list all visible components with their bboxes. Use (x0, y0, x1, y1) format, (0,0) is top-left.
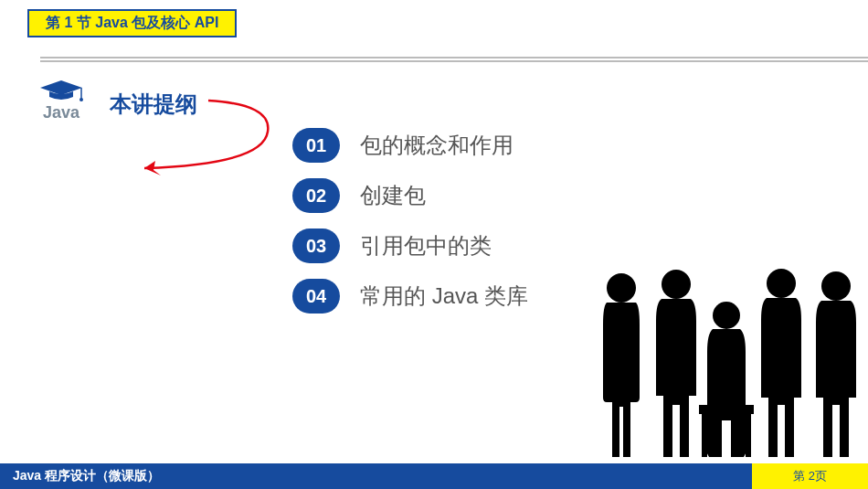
divider-line (40, 57, 868, 62)
item-number-badge: 02 (292, 178, 340, 213)
footer-title: Java 程序设计（微课版） (13, 468, 160, 484)
outline-title: 本讲提纲 (110, 90, 197, 119)
section-header: 第 1 节 Java 包及核心 API (27, 9, 237, 37)
list-item: 03 引用包中的类 (292, 229, 528, 263)
item-number-badge: 03 (292, 229, 340, 263)
list-item: 01 包的概念和作用 (292, 128, 528, 163)
svg-rect-7 (746, 414, 751, 457)
footer-bar: Java 程序设计（微课版） 第 2页 (0, 463, 868, 489)
outline-list: 01 包的概念和作用 02 创建包 03 引用包中的类 04 常用的 Java … (292, 128, 528, 329)
list-item: 02 创建包 (292, 178, 528, 213)
item-text: 创建包 (360, 181, 426, 210)
java-logo: Java (38, 78, 84, 122)
list-item: 04 常用的 Java 类库 (292, 279, 528, 314)
svg-point-4 (713, 302, 740, 329)
java-logo-text: Java (38, 103, 84, 122)
footer-page: 第 2页 (752, 463, 868, 489)
svg-point-8 (767, 269, 796, 298)
svg-point-3 (662, 270, 691, 299)
svg-point-9 (821, 271, 851, 301)
svg-point-1 (79, 98, 83, 101)
svg-point-2 (607, 273, 636, 303)
item-number-badge: 01 (292, 128, 340, 163)
svg-rect-6 (702, 414, 707, 457)
item-text: 包的概念和作用 (360, 131, 513, 160)
businesspeople-silhouette (585, 260, 868, 462)
item-number-badge: 04 (292, 279, 340, 314)
svg-rect-5 (699, 405, 754, 414)
item-text: 常用的 Java 类库 (360, 282, 528, 311)
item-text: 引用包中的类 (360, 231, 492, 260)
